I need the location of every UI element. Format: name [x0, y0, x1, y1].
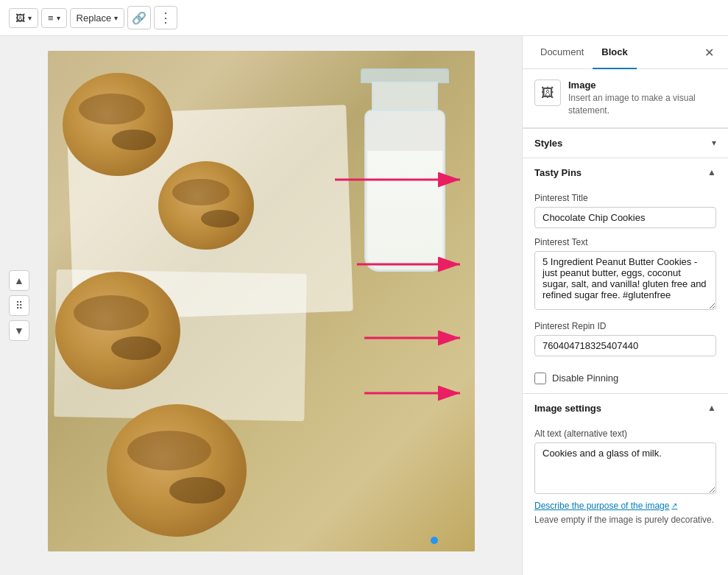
- tasty-pins-section-title: Tasty Pins: [534, 167, 582, 178]
- block-icon: 🖼: [534, 80, 561, 106]
- milk-jar: [357, 66, 453, 272]
- panel-tabs: Document Block ✕: [523, 36, 728, 69]
- jar-body: [364, 110, 445, 272]
- block-image-icon: 🖼: [541, 85, 554, 101]
- pinterest-text-label: Pinterest Text: [534, 237, 716, 247]
- image-settings-title: Image settings: [534, 403, 601, 414]
- disable-pinning-label: Disable Pinning: [552, 373, 618, 384]
- tasty-pins-form: Pinterest Title Pinterest Text 5 Ingredi…: [523, 187, 728, 367]
- pinterest-title-label: Pinterest Title: [534, 193, 716, 203]
- panel-close-button[interactable]: ✕: [699, 42, 719, 63]
- editor-panel: ▲ ⠿ ▼: [0, 36, 522, 575]
- describe-link-text: Describe the purpose of the image: [534, 501, 669, 511]
- link-button[interactable]: 🔗: [127, 6, 151, 29]
- block-info: 🖼 Image Insert an image to make a visual…: [523, 69, 728, 128]
- jar-neck: [372, 82, 438, 111]
- dot-indicator: [431, 537, 438, 544]
- pinterest-text-field-group: Pinterest Text 5 Ingredient Peanut Butte…: [534, 237, 716, 312]
- pinterest-title-input[interactable]: [534, 207, 716, 228]
- replace-button[interactable]: Replace ▾: [70, 8, 125, 28]
- alt-text-label: Alt text (alternative text): [534, 428, 716, 439]
- tasty-pins-toggle-icon: ▲: [707, 167, 716, 177]
- cookie-3: [55, 272, 180, 389]
- align-icon: ≡: [48, 13, 54, 24]
- align-chevron: ▾: [57, 14, 60, 22]
- styles-toggle-icon: ▾: [712, 138, 716, 148]
- cookie-1: [63, 73, 173, 176]
- more-icon: ⋮: [159, 10, 173, 26]
- pinterest-repin-field-group: Pinterest Repin ID: [534, 321, 716, 356]
- main-content: ▲ ⠿ ▼: [0, 36, 728, 575]
- image-settings-section-header[interactable]: Image settings ▲: [523, 393, 728, 423]
- editor-controls: ▲ ⠿ ▼: [9, 270, 29, 341]
- image-canvas: [48, 51, 475, 551]
- block-info-text: Image Insert an image to make a visual s…: [568, 80, 716, 117]
- block-tab[interactable]: Block: [593, 36, 636, 69]
- styles-section-title: Styles: [534, 138, 562, 149]
- pinterest-title-field-group: Pinterest Title: [534, 193, 716, 228]
- drag-handle-button[interactable]: ⠿: [9, 295, 29, 316]
- describe-image-link[interactable]: Describe the purpose of the image ↗: [534, 501, 677, 511]
- cookie-4: [107, 404, 247, 537]
- image-format-button[interactable]: 🖼 ▾: [9, 8, 38, 28]
- editor-toolbar: 🖼 ▾ ≡ ▾ Replace ▾ 🔗 ⋮: [0, 0, 728, 36]
- replace-label: Replace: [77, 13, 112, 24]
- block-type-title: Image: [568, 80, 716, 91]
- move-down-button[interactable]: ▼: [9, 320, 29, 341]
- image-settings-form: Alt text (alternative text) Cookies and …: [523, 423, 728, 537]
- cookie-image: [48, 51, 475, 551]
- pinterest-repin-label: Pinterest Repin ID: [534, 321, 716, 331]
- disable-pinning-checkbox[interactable]: [534, 373, 546, 384]
- link-icon: 🔗: [132, 11, 146, 25]
- jar-milk: [367, 151, 442, 269]
- disable-pinning-row: Disable Pinning: [523, 367, 728, 393]
- tasty-pins-section-header[interactable]: Tasty Pins ▲: [523, 158, 728, 187]
- pinterest-text-textarea[interactable]: 5 Ingredient Peanut Butter Cookies - jus…: [534, 251, 716, 310]
- decorative-note: Leave empty if the image is purely decor…: [534, 514, 716, 526]
- alt-text-textarea[interactable]: Cookies and a glass of milk.: [534, 442, 716, 494]
- cookie-2: [158, 161, 254, 250]
- jar-rim: [361, 68, 449, 83]
- replace-chevron: ▾: [114, 14, 118, 22]
- image-format-chevron: ▾: [28, 14, 32, 22]
- more-options-button[interactable]: ⋮: [154, 6, 177, 29]
- document-tab[interactable]: Document: [531, 36, 593, 69]
- styles-section-header[interactable]: Styles ▾: [523, 128, 728, 158]
- move-up-button[interactable]: ▲: [9, 270, 29, 291]
- image-settings-toggle-icon: ▲: [707, 403, 716, 413]
- image-icon: 🖼: [15, 13, 25, 24]
- block-type-desc: Insert an image to make a visual stateme…: [568, 92, 716, 117]
- right-panel: Document Block ✕ 🖼 Image Insert an image…: [522, 36, 728, 575]
- align-button[interactable]: ≡ ▾: [41, 8, 67, 28]
- pinterest-repin-input[interactable]: [534, 335, 716, 356]
- external-link-icon: ↗: [671, 501, 677, 509]
